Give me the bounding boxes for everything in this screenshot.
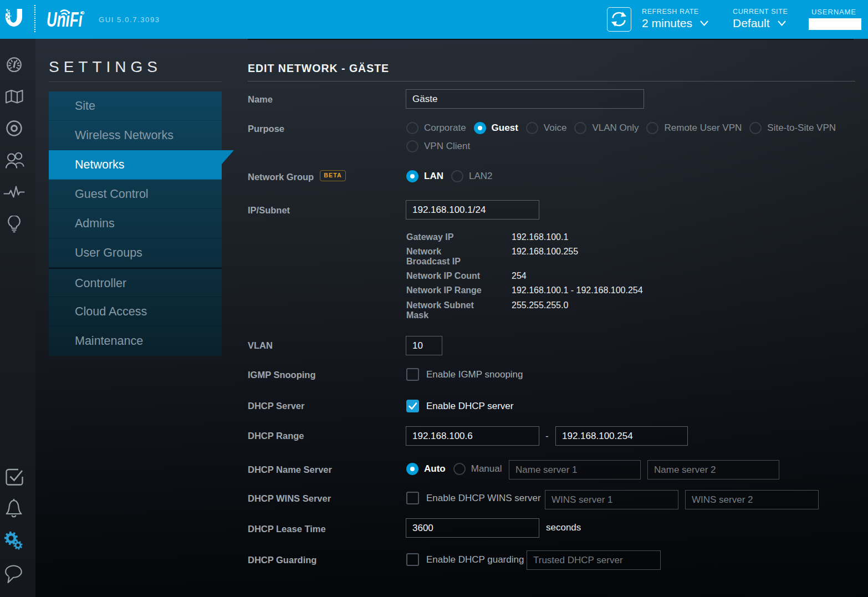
svg-text:UniFi: UniFi [47,8,83,31]
